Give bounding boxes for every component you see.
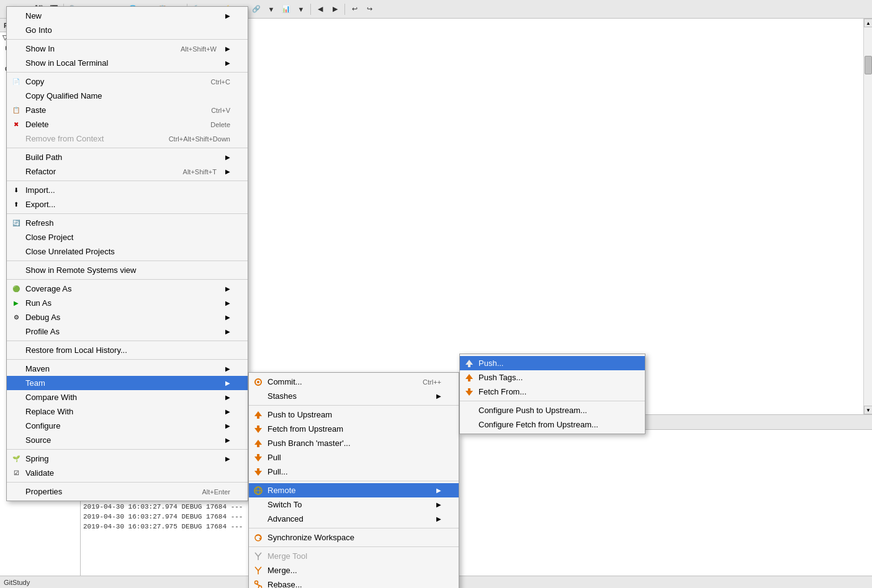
menu-item-push-tags[interactable]: Push Tags... (460, 370, 645, 385)
svg-marker-29 (465, 388, 473, 396)
menu-item-stashes[interactable]: Stashes ▶ (249, 389, 459, 403)
menu-item-compare-with[interactable]: Compare With ▶ (7, 390, 248, 404)
menu-item-remote[interactable]: Remote ▶ (249, 483, 459, 497)
menu-item-fetch-upstream[interactable]: Fetch from Upstream (249, 422, 459, 436)
menu-item-commit[interactable]: Commit... Ctrl++ (249, 375, 459, 389)
menu-item-run-as[interactable]: ▶ Run As ▶ (7, 296, 248, 310)
menu-arrow-spring: ▶ (225, 455, 230, 462)
menu-item-maven[interactable]: Maven ▶ (7, 362, 248, 376)
menu-arrow-new: ▶ (225, 12, 230, 19)
menu-item-copy-qualified[interactable]: Copy Qualified Name (7, 89, 248, 103)
menu-item-import[interactable]: ⬇ Import... (7, 183, 248, 197)
menu-item-show-in[interactable]: Show In Alt+Shift+W ▶ (7, 42, 248, 56)
sep11 (7, 482, 248, 483)
sep-l2-1 (249, 405, 459, 406)
menu-item-push-upstream[interactable]: Push to Upstream (249, 408, 459, 422)
scroll-up-btn[interactable]: ▲ (864, 19, 872, 27)
menu-item-show-local-terminal[interactable]: Show in Local Terminal ▶ (7, 56, 248, 70)
menu-item-configure-push[interactable]: Configure Push to Upstream... (460, 403, 645, 417)
spring-icon: 🌱 (11, 453, 22, 465)
menu-item-remove-context: Remove from Context Ctrl+Alt+Shift+Down (7, 131, 248, 146)
menu-item-validate[interactable]: ☑ Validate (7, 466, 248, 480)
menu-item-debug-as[interactable]: ⚙ Debug As ▶ (7, 310, 248, 324)
sep3 (7, 148, 248, 148)
debug-icon: ⚙ (11, 312, 22, 323)
copy-icon: 📄 (11, 76, 22, 87)
menu-item-export[interactable]: ⬆ Export... (7, 197, 248, 212)
menu-item-copy[interactable]: 📄 Copy Ctrl+C (7, 74, 248, 89)
toolbar-back-btn[interactable]: ◀ (313, 2, 327, 16)
toolbar-sep4 (344, 4, 345, 15)
menu-arrow-remote: ▶ (436, 487, 441, 494)
menu-arrow-profile: ▶ (225, 328, 230, 335)
sep10 (7, 449, 248, 450)
menu-item-profile-as[interactable]: Profile As ▶ (7, 324, 248, 339)
pull-icon (253, 452, 264, 463)
menu-item-replace-with[interactable]: Replace With ▶ (7, 404, 248, 419)
menu-item-new[interactable]: New ▶ (7, 9, 248, 23)
menu-item-show-remote[interactable]: Show in Remote Systems view (7, 263, 248, 277)
menu-item-push[interactable]: Push... (460, 356, 645, 370)
menu-item-source[interactable]: Source ▶ (7, 433, 248, 447)
toolbar-undo-btn[interactable]: ↩ (348, 2, 361, 16)
fetch-upstream-icon (253, 424, 264, 435)
menu-item-switch-to[interactable]: Switch To ▶ (249, 497, 459, 512)
commit-shortcut: Ctrl++ (423, 378, 441, 386)
push-tags-icon (464, 372, 475, 383)
menu-item-delete[interactable]: ✖ Delete Delete (7, 117, 248, 131)
menu-arrow-switch-to: ▶ (436, 501, 441, 508)
menu-item-refactor[interactable]: Refactor Alt+Shift+T ▶ (7, 164, 248, 179)
menu-item-sync-workspace[interactable]: Synchronize Workspace (249, 530, 459, 545)
menu-item-configure-fetch[interactable]: Configure Fetch from Upstream... (460, 417, 645, 432)
menu-item-paste[interactable]: 📋 Paste Ctrl+V (7, 103, 248, 117)
toolbar-dd9[interactable]: ▼ (294, 2, 308, 16)
svg-marker-27 (465, 360, 473, 367)
menu-item-pull-dots[interactable]: Pull... (249, 465, 459, 479)
menu-item-merge[interactable]: Merge... (249, 563, 459, 577)
paste-shortcut: Ctrl+V (211, 107, 230, 114)
menu-arrow-advanced: ▶ (436, 515, 441, 522)
validate-icon: ☑ (11, 468, 22, 479)
refresh-icon: 🔄 (11, 218, 22, 229)
scroll-down-btn[interactable]: ▼ (864, 406, 872, 414)
toolbar-dd8[interactable]: ▼ (264, 2, 278, 16)
toolbar-link-btn[interactable]: 🔗 (249, 2, 263, 16)
menu-arrow-configure: ▶ (225, 422, 230, 429)
menu-arrow-maven: ▶ (225, 365, 230, 372)
toolbar-redo-btn[interactable]: ↪ (362, 2, 376, 16)
menu-arrow-source: ▶ (225, 437, 230, 443)
menu-item-refresh[interactable]: 🔄 Refresh (7, 216, 248, 230)
rebase-icon (253, 579, 264, 589)
menu-item-rebase[interactable]: Rebase... (249, 577, 459, 588)
scroll-thumb[interactable] (865, 56, 872, 74)
svg-line-16 (256, 584, 260, 586)
menu-item-properties[interactable]: Properties Alt+Enter (7, 484, 248, 499)
coverage-icon: 🟢 (11, 283, 22, 295)
copy-shortcut: Ctrl+C (211, 78, 230, 86)
menu-item-go-into[interactable]: Go Into (7, 23, 248, 37)
menu-item-pull[interactable]: Pull (249, 450, 459, 465)
menu-item-team[interactable]: Team ▶ (7, 376, 248, 390)
menu-item-coverage-as[interactable]: 🟢 Coverage As ▶ (7, 282, 248, 296)
menu-arrow-replace: ▶ (225, 408, 230, 415)
sep-l3-1 (460, 401, 645, 401)
editor-scrollbar[interactable]: ▲ ▼ (863, 19, 872, 414)
menu-arrow-stashes: ▶ (436, 393, 441, 399)
menu-item-restore-history[interactable]: Restore from Local History... (7, 343, 248, 357)
remote-icon (253, 485, 264, 496)
push-branch-icon (253, 438, 264, 449)
menu-item-push-branch[interactable]: Push Branch 'master'... (249, 436, 459, 450)
svg-point-14 (255, 581, 258, 584)
menu-item-advanced[interactable]: Advanced ▶ (249, 512, 459, 526)
menu-item-build-path[interactable]: Build Path ▶ (7, 150, 248, 164)
sep1 (7, 39, 248, 40)
menu-item-configure[interactable]: Configure ▶ (7, 419, 248, 433)
menu-item-spring[interactable]: 🌱 Spring ▶ (7, 452, 248, 466)
menu-arrow-team: ▶ (225, 380, 230, 386)
sep2 (7, 72, 248, 73)
menu-item-close-unrelated[interactable]: Close Unrelated Projects (7, 244, 248, 259)
menu-item-fetch-from[interactable]: Fetch From... (460, 385, 645, 399)
toolbar-chart-btn[interactable]: 📊 (279, 2, 293, 16)
menu-item-close-project[interactable]: Close Project (7, 230, 248, 244)
toolbar-fwd-btn[interactable]: ▶ (328, 2, 342, 16)
